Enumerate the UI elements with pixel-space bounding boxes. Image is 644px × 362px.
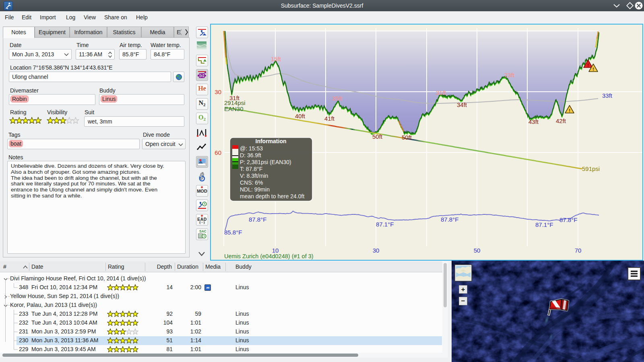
svg-text:50: 50 [474, 247, 481, 254]
svg-text:87.8°F: 87.8°F [559, 216, 577, 223]
svg-text:CNS: 6%: CNS: 6% [240, 179, 263, 186]
svg-text:87.8°F: 87.8°F [441, 216, 458, 223]
svg-text:87.1°F: 87.1°F [376, 221, 394, 228]
svg-text:35ft: 35ft [332, 95, 343, 102]
svg-text:31ft: 31ft [436, 89, 446, 96]
svg-text:42ft: 42ft [556, 117, 566, 124]
svg-text:!: ! [592, 67, 594, 72]
svg-text:43ft: 43ft [528, 118, 539, 125]
svg-text:P: 2,381psi (EAN30): P: 2,381psi (EAN30) [240, 159, 291, 165]
svg-text:87.8°F: 87.8°F [249, 216, 266, 223]
svg-text:50ft: 50ft [372, 133, 383, 140]
svg-text:40ft: 40ft [295, 113, 305, 119]
svg-text:70: 70 [575, 247, 582, 254]
svg-text:87.1°F: 87.1°F [535, 221, 553, 228]
svg-text:30: 30 [215, 88, 221, 95]
svg-text:T: 87.8°F: T: 87.8°F [240, 166, 262, 172]
svg-text:591psi: 591psi [582, 165, 600, 172]
svg-text:50ft: 50ft [402, 134, 412, 141]
svg-text:Uemis Zurich (e04d0248) (#1 of: Uemis Zurich (e04d0248) (#1 of 3) [224, 253, 314, 259]
svg-text:41ft: 41ft [324, 115, 335, 122]
svg-text:mean depth to here 24.0ft: mean depth to here 24.0ft [240, 193, 304, 200]
svg-text:33ft: 33ft [602, 92, 613, 99]
svg-text:!: ! [569, 108, 570, 113]
svg-text:D: 36.9ft: D: 36.9ft [240, 152, 261, 158]
svg-text:V: 8.3ft/min: V: 8.3ft/min [240, 173, 268, 179]
svg-text:34ft: 34ft [457, 101, 467, 108]
svg-text:23ft: 23ft [504, 72, 515, 78]
svg-text:EAN30: EAN30 [224, 105, 244, 112]
svg-text:@: 15:53: @: 15:53 [240, 145, 263, 152]
svg-text:15ft: 15ft [271, 56, 281, 62]
svg-text:Information: Information [256, 138, 287, 144]
svg-text:30: 30 [373, 247, 380, 254]
svg-text:NDL: 99min: NDL: 99min [240, 186, 270, 193]
svg-text:85.8°F: 85.8°F [224, 229, 242, 236]
svg-text:!: ! [587, 63, 589, 68]
svg-text:60: 60 [215, 149, 221, 156]
